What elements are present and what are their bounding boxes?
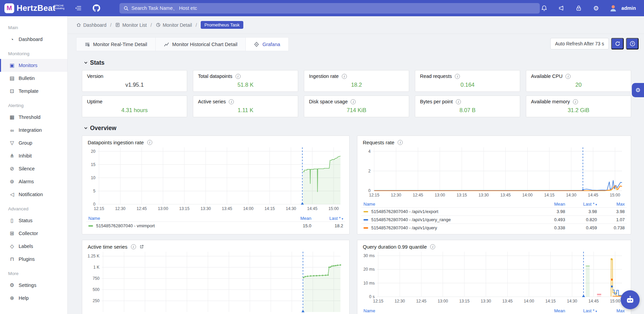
status-icon: ▯ — [9, 217, 15, 224]
section-overview[interactable]: Overview — [84, 125, 631, 132]
legend-header: NameMeanLast *▾Max — [361, 200, 627, 207]
legend-row[interactable]: 515485762807040 - /api/v1/query_range0.4… — [361, 215, 627, 224]
svg-text:14:30: 14:30 — [566, 193, 577, 197]
sidebar-item-dashboard[interactable]: ◔ Dashboard — [0, 33, 67, 46]
info-icon[interactable]: i — [456, 99, 461, 104]
legend-col-last[interactable]: Last *▾ — [565, 308, 597, 313]
charts-grid: Datapoints ingestion rate i 0510152012:1… — [82, 135, 631, 314]
chatbot-fab[interactable] — [621, 290, 640, 309]
info-icon[interactable]: i — [565, 74, 571, 79]
breadcrumb-separator: / — [196, 22, 197, 28]
external-link-icon[interactable] — [139, 245, 144, 249]
svg-text:13:15: 13:15 — [179, 206, 190, 211]
legend-row[interactable]: 515485762807040 - vmimport15.018.2 — [86, 222, 345, 230]
sidebar-item-help[interactable]: ⊕ Help — [0, 292, 67, 305]
panel-title[interactable]: Active time series — [88, 244, 128, 250]
global-search-input[interactable]: Search Task Name、 Host etc — [119, 3, 540, 14]
legend-row[interactable]: 515485762807040 - /api/v1/export3.983.98… — [361, 207, 627, 215]
panel-title[interactable]: Datapoints ingestion rate — [88, 140, 144, 145]
sidebar-item-integration[interactable]: ∞ Integration — [0, 124, 67, 137]
search-placeholder: Search Task Name、 Host etc — [131, 5, 197, 12]
username[interactable]: admin — [621, 5, 636, 11]
svg-text:10 ms: 10 ms — [363, 281, 375, 286]
series-color-swatch — [363, 227, 368, 229]
info-icon[interactable]: i — [229, 99, 234, 104]
tab-monitor-historical-chart-detail[interactable]: Monitor Historical Chart Detail — [156, 37, 246, 51]
info-icon[interactable]: i — [236, 74, 241, 79]
sidebar-item-status[interactable]: ▯ Status — [0, 214, 67, 227]
legend-col-name[interactable]: Name — [88, 216, 284, 221]
legend-col-mean[interactable]: Mean — [537, 202, 565, 207]
info-icon[interactable]: i — [147, 140, 152, 145]
info-icon[interactable]: i — [342, 74, 347, 79]
bell-icon[interactable] — [540, 4, 549, 13]
breadcrumb-monitor-detail[interactable]: Monitor Detail — [156, 22, 192, 28]
sidebar-item-plugins[interactable]: ⊓ Plugins — [0, 253, 67, 266]
sidebar-item-collector[interactable]: ⊞ Collector — [0, 227, 67, 240]
breadcrumb-label: Monitor Detail — [163, 22, 192, 28]
info-icon[interactable]: i — [455, 74, 460, 79]
sidebar-item-alarms[interactable]: ⊚ Alarms — [0, 175, 67, 188]
info-icon[interactable]: i — [398, 140, 403, 145]
chart-requests-rate: 02412:1512:3012:4513:0013:1513:3013:4514… — [361, 147, 627, 200]
dashboard-icon: ◔ — [9, 37, 15, 42]
info-icon[interactable]: i — [351, 99, 356, 104]
announcement-icon[interactable] — [557, 4, 566, 13]
sidebar-item-notification[interactable]: ◁ Notification — [0, 188, 67, 201]
svg-text:5: 5 — [93, 189, 95, 193]
breadcrumb-dashboard[interactable]: Dashboard — [76, 22, 107, 28]
menu-fold-icon[interactable] — [74, 4, 83, 13]
legend-col-max[interactable]: Max — [597, 202, 625, 207]
legend-col-name[interactable]: Name — [363, 308, 537, 313]
help-button[interactable]: ? — [626, 38, 639, 49]
legend-col-mean[interactable]: Mean — [284, 216, 311, 221]
sidebar-item-template[interactable]: ⊡ Template — [0, 85, 67, 98]
panel-title[interactable]: Requests rate — [363, 140, 394, 145]
stat-label: Available memory — [531, 99, 570, 104]
lock-icon[interactable] — [574, 4, 583, 13]
series-value: 18.2 — [311, 223, 343, 228]
sidebar-item-group[interactable]: ▽ Group — [0, 137, 67, 149]
sidebar-item-threshold[interactable]: ▦ Threshold — [0, 111, 67, 124]
legend-col-last[interactable]: Last *▾ — [565, 202, 597, 207]
monitor-list-icon — [115, 22, 120, 27]
tab-grafana[interactable]: Grafana — [246, 37, 288, 51]
series-color-swatch — [88, 225, 93, 227]
sidebar-item-label: Plugins — [19, 256, 35, 262]
svg-text:1.25 K: 1.25 K — [88, 254, 99, 258]
sidebar-item-monitors[interactable]: ▣ Monitors — [0, 59, 67, 72]
avatar[interactable] — [609, 4, 618, 13]
svg-text:12:45: 12:45 — [136, 206, 147, 211]
breadcrumb-monitor-list[interactable]: Monitor List — [115, 22, 147, 28]
refresh-button[interactable] — [611, 38, 624, 49]
legend-row[interactable]: 515485762807040 - /api/v1/query0.3380.45… — [361, 224, 627, 232]
info-icon[interactable]: i — [131, 244, 136, 249]
tab-monitor-real-time-detail[interactable]: Monitor Real-Time Detail — [76, 37, 156, 51]
sidebar-item-inhibit[interactable]: ⋔ Inhibit — [0, 149, 67, 162]
settings-gear-icon[interactable]: ⚙ — [592, 4, 600, 13]
svg-text:14:30: 14:30 — [286, 206, 296, 211]
info-icon[interactable]: i — [573, 99, 578, 104]
sidebar-item-label: Labels — [19, 244, 33, 249]
sidebar-item-labels[interactable]: ◇ Labels — [0, 240, 67, 253]
info-icon[interactable]: i — [430, 244, 435, 249]
section-stats[interactable]: Stats — [84, 59, 631, 66]
svg-text:14:45: 14:45 — [588, 193, 598, 197]
auto-refresh-button[interactable]: Auto Refresh After 73 s — [550, 38, 609, 49]
sidebar-item-silence[interactable]: ⊘ Silence — [0, 162, 67, 175]
svg-text:13:00: 13:00 — [435, 193, 445, 197]
github-icon[interactable] — [92, 4, 101, 13]
legend-col-mean[interactable]: Mean — [537, 308, 565, 313]
legend-col-name[interactable]: Name — [363, 202, 537, 207]
series-value: 0.459 — [565, 225, 597, 230]
legend-col-max[interactable]: Max — [597, 308, 625, 313]
sidebar-item-bulletin[interactable]: ▤ Bulletin — [0, 72, 67, 85]
panel-title[interactable]: Query duration 0.99 quantile — [363, 244, 427, 250]
svg-text:0: 0 — [368, 188, 371, 193]
theme-settings-button[interactable]: ⚙ — [632, 83, 644, 97]
legend-col-last[interactable]: Last *▾ — [311, 216, 343, 221]
svg-text:14:30: 14:30 — [567, 299, 577, 303]
app-logo[interactable]: M HertzBeat APACHE Incubating — [0, 3, 69, 13]
sidebar-item-settings[interactable]: ⚙ Settings — [0, 279, 67, 292]
svg-text:2: 2 — [368, 169, 371, 173]
